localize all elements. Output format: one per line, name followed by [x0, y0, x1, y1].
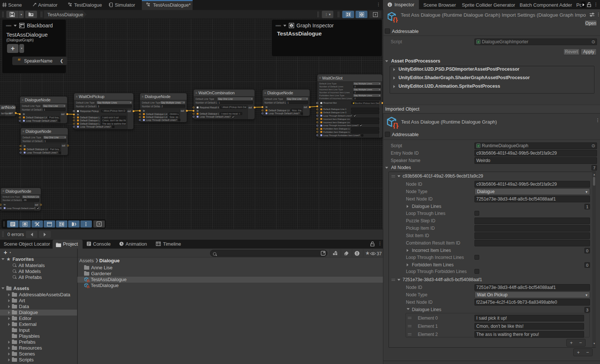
svg-text:i: i	[361, 13, 362, 16]
svg-text:#: #	[477, 144, 479, 148]
svg-text:#: #	[477, 40, 479, 44]
svg-text:{}: {}	[87, 285, 90, 288]
svg-text:{}: {}	[393, 122, 399, 129]
svg-text:i: i	[25, 223, 26, 226]
svg-text:{}: {}	[393, 16, 398, 23]
svg-text:{}: {}	[87, 279, 90, 282]
